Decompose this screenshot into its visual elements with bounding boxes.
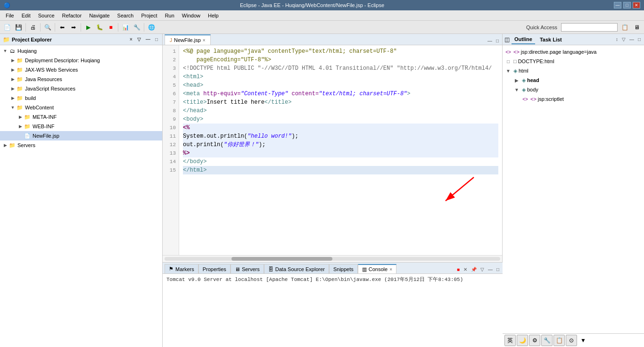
toolbar-fwd-btn[interactable]: ➡ xyxy=(68,22,79,33)
minimize-button[interactable]: — xyxy=(614,2,621,8)
outline-item[interactable]: <><>jsp:scriptlet xyxy=(503,94,644,104)
toolbar-stop-btn[interactable]: ■ xyxy=(106,22,116,33)
menu-navigate[interactable]: Navigate xyxy=(85,10,113,20)
code-line[interactable]: </html> xyxy=(183,166,498,174)
console-max-btn[interactable]: □ xyxy=(495,266,501,273)
toolbar-back-btn[interactable]: ⬅ xyxy=(57,22,67,33)
float-btn-1[interactable]: 英 xyxy=(504,335,516,346)
outline-item[interactable]: ▼◈html xyxy=(503,66,644,75)
toolbar-perspective-list-btn[interactable]: 🖥 xyxy=(632,22,642,33)
quick-access-input[interactable] xyxy=(561,23,618,32)
editor-maximize-btn[interactable]: — xyxy=(486,38,494,44)
tree-item[interactable]: ▶📁Java Resources xyxy=(0,74,162,84)
code-line[interactable]: System.out.println("hello word!"); xyxy=(183,132,498,140)
outline-item[interactable]: ▼◈body xyxy=(503,85,644,94)
tree-toggle-icon[interactable]: ▶ xyxy=(9,85,16,92)
toolbar-debug-btn[interactable]: 🐛 xyxy=(94,22,105,33)
float-btn-4[interactable]: 🔧 xyxy=(541,335,553,346)
code-line[interactable]: <meta http-equiv="Content-Type" content=… xyxy=(183,90,498,98)
float-btn-2[interactable]: 🌙 xyxy=(517,335,528,346)
tree-item[interactable]: ▶📁build xyxy=(0,93,162,103)
outline-sort-btn[interactable]: ↕ xyxy=(614,36,619,42)
toolbar-globe-btn[interactable]: 🌐 xyxy=(146,22,157,33)
toolbar-run-btn[interactable]: ▶ xyxy=(83,22,93,33)
code-line[interactable]: <!DOCTYPE html PUBLIC "-//W3C//DTD HTML … xyxy=(183,64,498,73)
menu-edit[interactable]: Edit xyxy=(18,10,34,20)
project-explorer-menu-btn[interactable]: ▽ xyxy=(136,36,142,42)
tree-toggle-icon[interactable]: ▼ xyxy=(9,104,16,111)
tree-toggle-icon[interactable]: ▶ xyxy=(9,95,16,101)
console-tab-close[interactable]: × xyxy=(389,267,392,272)
outline-menu-btn[interactable]: ▽ xyxy=(620,36,627,42)
float-btn-5[interactable]: 📋 xyxy=(553,335,565,346)
tree-item[interactable]: ▶📁META-INF xyxy=(0,112,162,122)
menu-window[interactable]: Window xyxy=(178,10,204,20)
code-editor[interactable]: 123456789101112131415 <%@ page language=… xyxy=(163,45,502,255)
close-button[interactable]: ✕ xyxy=(633,2,640,8)
project-explorer-min-btn[interactable]: — xyxy=(144,36,152,42)
code-line[interactable]: <html> xyxy=(183,73,498,81)
float-btn-3[interactable]: ⚙ xyxy=(529,335,540,346)
toolbar-perspective-btn[interactable]: 🔧 xyxy=(132,22,142,33)
tab-tasklist[interactable]: Task List xyxy=(537,35,565,44)
project-explorer-max-btn[interactable]: □ xyxy=(154,36,159,42)
menu-run[interactable]: Run xyxy=(161,10,178,20)
console-close-btn[interactable]: ✕ xyxy=(462,266,469,273)
menu-search[interactable]: Search xyxy=(114,10,138,20)
tab-datasource[interactable]: 🗄 Data Source Explorer xyxy=(264,264,329,273)
tree-item[interactable]: ▶📁JavaScript Resources xyxy=(0,84,162,93)
tree-toggle-icon[interactable]: ▶ xyxy=(17,114,24,120)
tree-item[interactable]: 📄NewFile.jsp xyxy=(0,131,162,140)
code-lines[interactable]: <%@ page language="java" contentType="te… xyxy=(179,45,502,255)
editor-hscroll[interactable] xyxy=(163,255,502,262)
tree-toggle-icon[interactable]: ▶ xyxy=(9,76,16,83)
toolbar-perspective-switch-btn[interactable]: 📋 xyxy=(619,22,630,33)
project-explorer-minimize-btn[interactable]: × xyxy=(128,36,134,42)
menu-source[interactable]: Source xyxy=(34,10,58,20)
code-line[interactable]: pageEncoding="UTF-8"%> xyxy=(183,56,498,64)
menu-file[interactable]: File xyxy=(2,10,18,20)
tree-toggle-icon[interactable]: ▶ xyxy=(17,123,24,130)
toolbar-search-btn[interactable]: 🔍 xyxy=(42,22,53,33)
outline-item[interactable]: □□DOCTYPE:html xyxy=(503,57,644,66)
toolbar-open-perspective-btn[interactable]: 📊 xyxy=(120,22,131,33)
code-line[interactable]: <body> xyxy=(183,115,498,124)
tree-toggle-icon[interactable]: ▶ xyxy=(2,142,8,149)
maximize-button[interactable]: □ xyxy=(623,2,631,8)
console-pin-btn[interactable]: 📌 xyxy=(470,266,478,273)
console-menu-btn[interactable]: ▽ xyxy=(479,266,486,273)
tree-item[interactable]: ▶📁WEB-INF xyxy=(0,122,162,131)
tree-item[interactable]: ▶📁JAX-WS Web Services xyxy=(0,65,162,74)
menu-project[interactable]: Project xyxy=(137,10,161,20)
tree-toggle-icon[interactable]: ▶ xyxy=(9,66,16,73)
tree-toggle-icon[interactable]: ▼ xyxy=(2,48,8,54)
float-arrow-down[interactable]: ▼ xyxy=(578,335,588,346)
tab-outline[interactable]: Outline xyxy=(512,35,535,44)
code-line[interactable]: <% xyxy=(183,124,498,132)
float-btn-6[interactable]: ⊙ xyxy=(566,335,577,346)
code-line[interactable]: <head> xyxy=(183,81,498,90)
tab-console[interactable]: ▥ Console × xyxy=(358,264,396,273)
editor-restore-btn[interactable]: □ xyxy=(495,38,500,44)
code-line[interactable]: <%@ page language="java" contentType="te… xyxy=(183,47,498,56)
tree-toggle-icon[interactable]: ▶ xyxy=(9,57,16,64)
tree-item[interactable]: ▶📁Servers xyxy=(0,140,162,150)
outline-item[interactable]: <><>jsp:directive.page language=java xyxy=(503,47,644,57)
tree-item[interactable]: ▼🗂Huqiang xyxy=(0,46,162,56)
code-line[interactable]: </head> xyxy=(183,107,498,115)
editor-tab-close-btn[interactable]: × xyxy=(203,38,206,43)
code-line[interactable]: <title>Insert title here</title> xyxy=(183,98,498,107)
tab-servers[interactable]: 🖥 Servers xyxy=(231,264,264,273)
toolbar-new-btn[interactable]: 📄 xyxy=(2,22,12,33)
menu-help[interactable]: Help xyxy=(204,10,223,20)
toolbar-print-btn[interactable]: 🖨 xyxy=(28,22,38,33)
code-line[interactable]: %> xyxy=(183,149,498,157)
toolbar-save-btn[interactable]: 💾 xyxy=(13,22,24,33)
code-line[interactable]: </body> xyxy=(183,157,498,166)
console-min-btn[interactable]: — xyxy=(487,266,494,273)
tree-item[interactable]: ▼📁WebContent xyxy=(0,103,162,112)
tree-item[interactable]: ▶📁Deployment Descriptor: Huqiang xyxy=(0,56,162,65)
outline-max-btn[interactable]: □ xyxy=(636,36,642,42)
outline-min-btn[interactable]: — xyxy=(628,36,636,42)
console-stop-btn[interactable]: ■ xyxy=(455,266,461,273)
